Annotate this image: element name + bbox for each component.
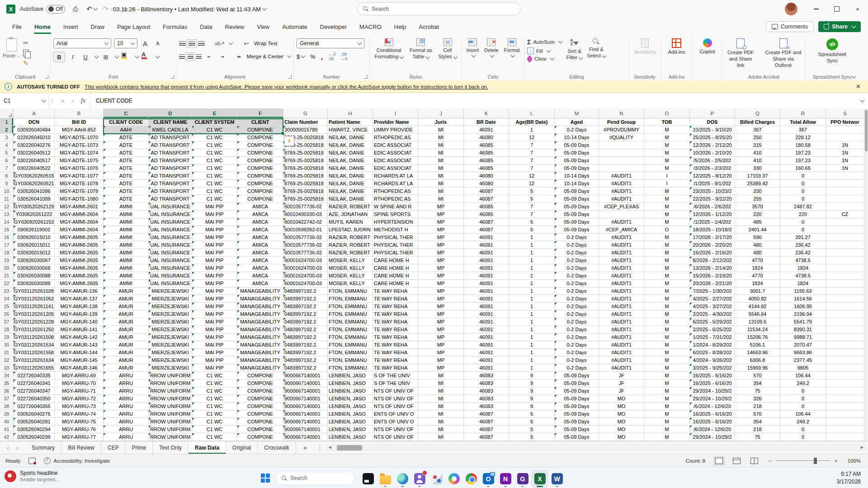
cell[interactable]: EDIC ASSOCIAT	[373, 157, 418, 164]
cell[interactable]: M	[644, 218, 690, 226]
cell[interactable]: EDIC ASSOCIAT	[373, 149, 418, 157]
cell[interactable]: 250	[735, 134, 780, 141]
edge-icon[interactable]	[394, 470, 411, 488]
cell[interactable]: 022726040341	[14, 380, 55, 387]
cell[interactable]: MGY-ARRU-75	[55, 418, 104, 426]
news-widget[interactable]: Sports headline Seattle targeted...	[5, 470, 59, 483]
align-top-icon[interactable]	[179, 41, 186, 46]
cell[interactable]: CARE HOME H	[373, 257, 418, 264]
cell[interactable]: MGY-ADTE-1076	[55, 164, 104, 172]
page-layout-view-button[interactable]	[733, 458, 741, 464]
cell[interactable]: COMPONE	[237, 157, 283, 164]
cell[interactable]: 410	[735, 149, 780, 157]
cell[interactable]: MGY-ADTE-1077	[55, 172, 104, 180]
cell[interactable]: #AUDIT1	[599, 326, 644, 333]
cell[interactable]: COMPONE	[237, 410, 283, 418]
cell[interactable]	[826, 218, 864, 226]
cell[interactable]: ADTE	[104, 149, 149, 157]
tab-draw[interactable]: Draw	[85, 20, 110, 34]
cell[interactable]: ADTE	[104, 188, 149, 195]
cell[interactable]: BR Date	[464, 118, 509, 126]
cell[interactable]	[826, 172, 864, 180]
cell[interactable]: MGY-ARRU-71	[55, 387, 104, 395]
cell[interactable]: AMUR	[104, 287, 149, 295]
cell[interactable]: 030526040281	[14, 418, 55, 426]
cell[interactable]: COMPONE	[237, 372, 283, 380]
cell[interactable]: GY031120261558	[14, 349, 55, 357]
cell[interactable]: 10/2026 - 2/10/20	[690, 149, 735, 157]
cell[interactable]: O	[644, 226, 690, 234]
format-as-table-button[interactable]: Format asTable	[410, 38, 432, 60]
cell[interactable]: NTS OF UNIV OF	[373, 403, 418, 410]
cell[interactable]: MGY-AMMI-2605	[55, 264, 104, 272]
cell[interactable]: MGY-ARRU-73	[55, 403, 104, 410]
cell[interactable]: 255	[735, 195, 780, 203]
cell[interactable]: I	[644, 172, 690, 180]
column-header-L[interactable]: L	[509, 108, 555, 118]
cell[interactable]: MGY-AMUR-140	[55, 318, 104, 326]
cell[interactable]: C1 WC	[192, 433, 237, 441]
cell[interactable]: RAZIER, ROBERT	[328, 241, 373, 249]
cell[interactable]: GY030520262129	[14, 203, 55, 211]
cell[interactable]: 0	[780, 180, 826, 188]
cell[interactable]: Provider Name	[373, 118, 418, 126]
cell[interactable]: MP	[418, 287, 464, 295]
cell[interactable]: ADTE	[104, 180, 149, 188]
cell[interactable]: FTON, EMMANU	[328, 303, 373, 310]
cell[interactable]	[599, 149, 644, 157]
cell[interactable]: M	[644, 410, 690, 418]
cell[interactable]: 12	[509, 180, 555, 188]
currency-button[interactable]: $	[297, 53, 300, 60]
word-icon[interactable]: W	[548, 470, 566, 488]
cell[interactable]	[599, 141, 644, 149]
cell[interactable]: 15/2026 - 2/19/20	[690, 272, 735, 280]
insert-function-button[interactable]: fx	[81, 97, 85, 104]
cell[interactable]: 8769-25-0025818	[283, 180, 328, 188]
cell[interactable]: 46091	[464, 249, 509, 257]
row-header-42[interactable]: 42	[0, 433, 14, 441]
cell[interactable]: MGY-AMMI-2605	[55, 272, 104, 280]
align-left-icon[interactable]	[179, 54, 185, 59]
share-button[interactable]: Share	[818, 21, 861, 32]
cell[interactable]: 46087	[464, 410, 509, 418]
cell[interactable]: GY031120261052	[14, 295, 55, 303]
cell[interactable]: MGY-ADTE-1075	[55, 157, 104, 164]
cell[interactable]: 1	[509, 272, 555, 280]
cell[interactable]: 1	[509, 310, 555, 318]
cell[interactable]: AMICA	[237, 272, 283, 280]
cell[interactable]: 5	[509, 188, 555, 195]
cell[interactable]: 1N	[826, 164, 864, 172]
cell[interactable]: 46091	[464, 241, 509, 249]
zoom-slider-thumb[interactable]	[814, 458, 817, 464]
formula-input[interactable]: CLIENT CODE	[90, 93, 854, 108]
cell[interactable]: M	[644, 203, 690, 211]
cell[interactable]: MGY-AMUR-137	[55, 295, 104, 303]
cell[interactable]: 1824	[735, 280, 780, 287]
cell[interactable]: 330	[735, 188, 780, 195]
cell[interactable]: ARRU	[104, 387, 149, 395]
cell[interactable]: 05-09 Days	[555, 149, 599, 157]
cell[interactable]: AMUR	[104, 318, 149, 326]
cell[interactable]: 0-2 Days	[555, 234, 599, 241]
row-header-23[interactable]: 23	[0, 287, 14, 295]
cell[interactable]: 0-2 Days	[555, 249, 599, 257]
cell[interactable]: NEILAK, DANIE	[328, 195, 373, 203]
cell[interactable]: M	[644, 326, 690, 333]
cell[interactable]: 0	[780, 172, 826, 180]
cell[interactable]: RCHARDS AT LA	[373, 172, 418, 180]
cell[interactable]: #AUDIT1	[599, 257, 644, 264]
cell[interactable]: 9	[509, 380, 555, 387]
cell[interactable]: GY031120261655	[14, 364, 55, 372]
column-header-P[interactable]: P	[690, 108, 735, 118]
cell[interactable]: 4770	[735, 257, 780, 264]
cell[interactable]: 1/2024 - 8/29/202	[690, 341, 735, 349]
copilot-button[interactable]: Copilot	[695, 38, 719, 55]
cell[interactable]: 8/2026 - 2/12/202	[690, 257, 735, 264]
excel-icon[interactable]: X	[531, 470, 548, 488]
cell[interactable]: 8769-25-0025818	[283, 164, 328, 172]
cell[interactable]: 0483997192.2	[283, 287, 328, 295]
row-header-24[interactable]: 24	[0, 295, 14, 303]
cell[interactable]: MIERZEJEWSKI	[149, 295, 192, 303]
cell[interactable]: MI	[418, 134, 464, 141]
restore-button[interactable]	[826, 0, 847, 18]
